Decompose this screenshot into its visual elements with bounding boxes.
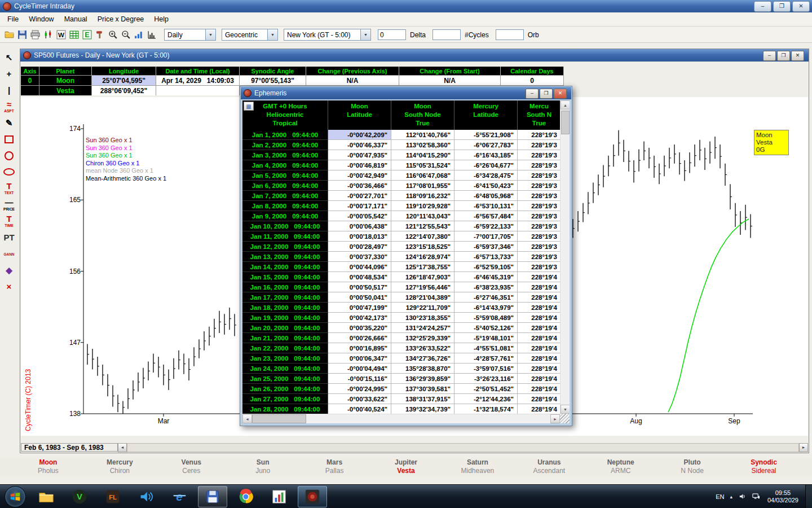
chrome-icon[interactable] — [231, 486, 261, 507]
ephemeris-date-cell[interactable]: Jan 27, 200009:44:00 — [242, 394, 328, 404]
longitude-cell[interactable]: 288°06'09,452" — [92, 85, 156, 95]
ephemeris-value-cell[interactable]: -0°00'24,995" — [328, 384, 391, 394]
planet-column-mars[interactable]: MarsPallas — [299, 458, 370, 478]
ephemeris-minimize-button[interactable]: – — [526, 89, 539, 99]
ephemeris-value-cell[interactable]: -2°50'51,452" — [454, 384, 518, 394]
resize-grip[interactable] — [560, 414, 570, 423]
change-start-cell[interactable]: N/A — [399, 75, 501, 85]
ephemeris-value-cell[interactable]: 0°00'28,497" — [328, 242, 391, 252]
ephemeris-value-cell[interactable]: 228°19'4 — [518, 394, 561, 404]
ephemeris-value-cell[interactable]: 117°08'01,955" — [391, 181, 454, 191]
weekly-chart-icon[interactable]: W — [55, 29, 67, 41]
ephemeris-value-cell[interactable]: -0°00'47,935" — [328, 150, 391, 160]
coordinate-system-select[interactable]: Geocentric ▼ — [222, 29, 278, 41]
ephemeris-value-cell[interactable]: -6°27'46,351" — [454, 292, 518, 303]
aspect-tool[interactable]: ≈ASPT — [4, 100, 14, 113]
ephemeris-value-cell[interactable]: -0°00'05,542" — [328, 211, 391, 221]
fl-app-icon[interactable]: FL — [98, 486, 127, 507]
clock[interactable]: 09:55 04/03/2029 — [767, 489, 798, 504]
ephemeris-value-cell[interactable]: -3°26'23,116" — [454, 374, 518, 384]
ephemeris-date-cell[interactable]: Jan 12, 200009:44:00 — [242, 242, 328, 252]
cycletimer-taskbar-icon[interactable] — [298, 486, 327, 507]
ephemeris-value-cell[interactable]: 132°25'29,339" — [391, 333, 454, 343]
crosshair-tool[interactable]: + — [7, 67, 12, 80]
pointer-tool[interactable]: ↖ — [6, 51, 13, 64]
ephemeris-value-cell[interactable]: -6°34'28,475" — [454, 170, 518, 181]
ephemeris-value-cell[interactable]: 134°27'36,726" — [391, 353, 454, 364]
ephemeris-value-cell[interactable]: -0°00'36,466" — [328, 181, 391, 191]
ephemeris-value-cell[interactable]: 119°10'29,928" — [391, 201, 454, 211]
ephemeris-date-cell[interactable]: Jan 22, 200009:44:00 — [242, 343, 328, 353]
ephemeris-value-cell[interactable]: -6°57'13,733" — [454, 252, 518, 262]
ephemeris-value-cell[interactable]: -4°28'57,761" — [454, 353, 518, 364]
floppy-app-icon[interactable] — [198, 486, 227, 507]
ephemeris-value-cell[interactable]: -5°59'08,489" — [454, 313, 518, 323]
datetime-cell[interactable] — [156, 85, 240, 95]
tray-expand-icon[interactable]: ▴ — [730, 494, 732, 500]
v-player-icon[interactable]: V — [65, 486, 94, 507]
ephemeris-value-cell[interactable]: -3°59'07,516" — [454, 364, 518, 374]
vscroll-thumb[interactable] — [561, 111, 570, 134]
ephemeris-date-cell[interactable]: Jan 4, 200009:44:00 — [242, 160, 328, 170]
ephemeris-value-cell[interactable]: -6°53'10,131" — [454, 201, 518, 211]
vertical-line-tool[interactable]: | — [8, 84, 10, 97]
scroll-right-button[interactable]: ► — [799, 443, 808, 452]
ephemeris-value-cell[interactable]: 228°19'4 — [518, 292, 561, 303]
ephemeris-value-cell[interactable]: -6°26'04,677" — [454, 160, 518, 170]
print-icon[interactable] — [29, 29, 41, 41]
cycles-input[interactable] — [433, 29, 461, 40]
ephemeris-date-cell[interactable]: Jan 18, 200009:44:00 — [242, 303, 328, 313]
zoom-out-icon[interactable] — [120, 29, 132, 41]
price-tool[interactable]: —PRICE — [3, 198, 15, 211]
ephemeris-value-cell[interactable]: 114°04'15,290" — [391, 150, 454, 160]
minimize-button[interactable]: – — [754, 1, 771, 12]
ephemeris-value-cell[interactable]: -5°19'48,101" — [454, 333, 518, 343]
ephemeris-value-cell[interactable]: 228°19'4 — [518, 353, 561, 364]
ephemeris-value-cell[interactable]: 0°00'37,330" — [328, 252, 391, 262]
ephemeris-value-cell[interactable]: -5°40'52,126" — [454, 323, 518, 333]
planet-column-uranus[interactable]: UranusAscendant — [513, 458, 585, 478]
ephemeris-value-cell[interactable]: -0°00'04,494" — [328, 364, 391, 374]
ephemeris-date-cell[interactable]: Jan 26, 200009:44:00 — [242, 384, 328, 394]
ephemeris-hscrollbar[interactable]: ◄ ► — [242, 414, 560, 423]
planet-cell[interactable]: Vesta — [39, 85, 92, 95]
ephemeris-value-cell[interactable]: -2°12'44,236" — [454, 394, 518, 404]
ephemeris-value-cell[interactable]: 228°19'3 — [518, 150, 561, 160]
planet-column-moon[interactable]: MoonPholus — [12, 458, 84, 478]
rectangle-tool[interactable] — [5, 133, 14, 146]
ephemeris-value-cell[interactable]: 228°19'4 — [518, 384, 561, 394]
ephemeris-date-cell[interactable]: Jan 21, 200009:44:00 — [242, 333, 328, 343]
ephemeris-value-cell[interactable]: 228°19'4 — [518, 343, 561, 353]
planet-column-jupiter[interactable]: JupiterVesta — [370, 458, 442, 478]
ephemeris-value-cell[interactable]: 228°19'3 — [518, 252, 561, 262]
ephemeris-value-cell[interactable]: 0°00'06,438" — [328, 221, 391, 231]
planet-column-synodic[interactable]: SynodicSidereal — [728, 458, 800, 478]
ephemeris-value-cell[interactable]: 124°16'28,974" — [391, 252, 454, 262]
ephemeris-value-cell[interactable]: 0°00'44,096" — [328, 262, 391, 272]
ephemeris-value-cell[interactable]: -5°55'21,908" — [454, 130, 518, 140]
ephemeris-date-cell[interactable]: Jan 5, 200009:44:00 — [242, 170, 328, 181]
planet-column-mercury[interactable]: MercuryChiron — [84, 458, 156, 478]
longitude-cell[interactable]: 25°07'04,595" — [92, 75, 156, 85]
ephemeris-date-cell[interactable]: Jan 25, 200009:44:00 — [242, 374, 328, 384]
ephemeris-date-cell[interactable]: Jan 3, 200009:44:00 — [242, 150, 328, 160]
ephemeris-date-cell[interactable]: Jan 14, 200009:44:00 — [242, 262, 328, 272]
ephemeris-date-cell[interactable]: Jan 19, 200009:44:00 — [242, 313, 328, 323]
ephemeris-value-cell[interactable]: -0°00'15,116" — [328, 374, 391, 384]
ephemeris-value-cell[interactable]: -6°59'22,133" — [454, 221, 518, 231]
delta-input[interactable] — [378, 29, 406, 40]
scroll-left-button[interactable]: ◄ — [118, 443, 127, 452]
ephemeris-value-cell[interactable]: 228°19'4 — [518, 404, 561, 414]
ephemeris-value-cell[interactable]: 130°23'18,355" — [391, 313, 454, 323]
ephemeris-value-cell[interactable]: 125°17'38,755" — [391, 262, 454, 272]
ephemeris-value-cell[interactable]: 228°19'3 — [518, 242, 561, 252]
chart-close-button[interactable]: ✕ — [791, 51, 804, 61]
ephemeris-value-cell[interactable]: -0°00'42,949" — [328, 170, 391, 181]
sort-ascending-icon[interactable] — [133, 29, 145, 41]
pencil-tool[interactable]: ✎ — [6, 116, 13, 129]
ephemeris-vscrollbar[interactable]: ▲ ▼ — [560, 100, 570, 414]
ephemeris-value-cell[interactable]: -1°32'18,574" — [454, 404, 518, 414]
restore-button[interactable]: ❐ — [773, 1, 791, 12]
color-tool[interactable]: ◆ — [6, 264, 12, 277]
ephemeris-date-cell[interactable]: Jan 28, 200009:44:00 — [242, 404, 328, 414]
